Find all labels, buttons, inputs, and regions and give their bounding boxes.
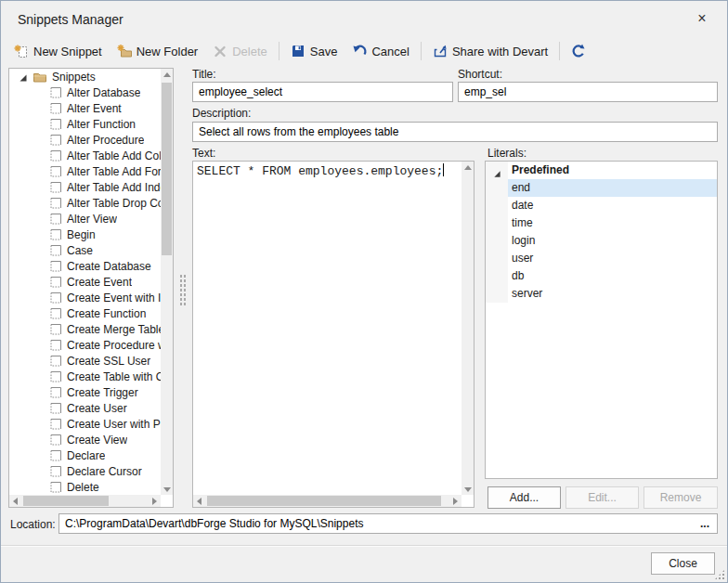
editor-vertical-scrollbar[interactable]: [462, 162, 474, 495]
remove-button[interactable]: Remove: [644, 486, 718, 509]
scrollbar-thumb[interactable]: [207, 496, 441, 506]
scroll-left-icon[interactable]: [9, 495, 21, 507]
snippet-icon: [50, 370, 62, 382]
tree-item-label: Create View: [67, 434, 127, 447]
literals-group-predefined[interactable]: Predefined: [486, 162, 717, 179]
literal-item-label: time: [512, 216, 533, 229]
editor-horizontal-scrollbar[interactable]: [193, 495, 462, 507]
tree-vertical-scrollbar[interactable]: [161, 69, 173, 495]
scrollbar-thumb[interactable]: [162, 83, 172, 255]
scroll-right-icon[interactable]: [449, 495, 462, 507]
edit-button[interactable]: Edit...: [566, 486, 639, 509]
literal-item[interactable]: time: [486, 214, 717, 232]
resize-grip-icon[interactable]: [714, 569, 725, 580]
snippets-tree: Snippets Alter Database Alter Event: [9, 69, 161, 495]
tree-item[interactable]: Create User with Priv: [9, 416, 161, 432]
expander-icon[interactable]: [19, 72, 28, 82]
cancel-icon: [352, 44, 367, 58]
snippet-icon: [50, 339, 62, 351]
scroll-up-icon[interactable]: [161, 69, 173, 81]
delete-button[interactable]: Delete: [205, 40, 275, 62]
tree-item[interactable]: Create Table with Op: [9, 369, 161, 384]
scroll-down-icon[interactable]: [462, 483, 474, 495]
tree-item[interactable]: Alter Table Add Index: [9, 179, 161, 195]
tree-item[interactable]: Alter Procedure: [9, 132, 161, 148]
toolbar-separator: [279, 42, 280, 60]
snippet-icon: [50, 449, 62, 461]
new-snippet-button[interactable]: New Snippet: [6, 40, 110, 62]
tree-item-label: Declare: [67, 449, 105, 462]
literal-item[interactable]: end: [486, 179, 717, 197]
refresh-button[interactable]: [564, 40, 593, 62]
tree-item[interactable]: Create Merge Table: [9, 321, 161, 337]
add-button[interactable]: Add...: [488, 486, 561, 509]
tree-item[interactable]: Create User: [9, 400, 161, 416]
snippet-icon: [50, 86, 62, 98]
literal-item[interactable]: db: [486, 267, 717, 285]
save-button[interactable]: Save: [283, 40, 345, 62]
tree-item[interactable]: Alter Event: [9, 100, 161, 116]
snippet-icon: [50, 181, 62, 193]
new-folder-button[interactable]: New Folder: [110, 40, 205, 62]
tree-item[interactable]: Alter Table Add Colum: [9, 148, 161, 163]
snippet-icon: [50, 292, 62, 304]
scrollbar-thumb[interactable]: [23, 496, 109, 506]
scroll-down-icon[interactable]: [161, 483, 173, 495]
tree-item[interactable]: Alter Function: [9, 116, 161, 132]
share-with-devart-button[interactable]: Share with Devart: [425, 40, 555, 62]
tree-item[interactable]: Create View: [9, 432, 161, 447]
title-label: Title:: [192, 68, 216, 81]
shortcut-input[interactable]: [458, 82, 718, 102]
tree-item-label: Declare Cursor: [67, 465, 142, 478]
literal-item-label: end: [512, 181, 530, 194]
literal-item[interactable]: user: [486, 250, 717, 267]
tree-item[interactable]: Create Database: [9, 258, 161, 274]
snippets-manager-dialog: Snippets Manager × New Snippet New Folde…: [0, 0, 728, 583]
snippet-icon: [50, 355, 62, 367]
text-label: Text:: [192, 147, 215, 160]
tree-item-label: Create User with Priv: [67, 418, 161, 431]
snippet-text-editor[interactable]: SELECT * FROM employees.employees;: [192, 161, 474, 508]
tree-item[interactable]: Declare: [9, 447, 161, 463]
literal-item[interactable]: date: [486, 197, 717, 214]
scroll-left-icon[interactable]: [193, 495, 205, 507]
new-folder-icon: [117, 44, 132, 58]
tree-item[interactable]: Create Procedure wit: [9, 337, 161, 353]
tree-item[interactable]: Alter View: [9, 211, 161, 227]
description-input[interactable]: [192, 122, 718, 142]
tree-item[interactable]: Alter Table Add Forei: [9, 163, 161, 179]
browse-ellipsis-button[interactable]: ...: [695, 514, 715, 533]
tree-item-label: Create SSL User: [67, 355, 150, 368]
tree-item-label: Create Event with Int: [67, 292, 161, 304]
tree-item[interactable]: Alter Database: [9, 84, 161, 100]
scroll-up-icon[interactable]: [462, 162, 474, 174]
location-field[interactable]: C:\ProgramData\Devart\dbForge Studio for…: [58, 513, 718, 534]
snippet-text[interactable]: SELECT * FROM employees.employees;: [193, 162, 462, 495]
tree-item[interactable]: Delete: [9, 479, 161, 495]
tree-item[interactable]: Case: [9, 242, 161, 258]
tree-item[interactable]: Begin: [9, 227, 161, 242]
splitter[interactable]: [177, 68, 188, 508]
literal-item[interactable]: server: [486, 285, 717, 303]
literal-item[interactable]: login: [486, 232, 717, 250]
scroll-right-icon[interactable]: [149, 495, 161, 507]
literal-item-label: date: [512, 199, 533, 212]
tree-item-label: Create User: [67, 402, 127, 415]
tree-item-label: Create Event: [67, 276, 132, 289]
close-icon[interactable]: ×: [692, 8, 712, 29]
tree-item[interactable]: Create Event with Int: [9, 290, 161, 305]
new-snippet-label: New Snippet: [33, 45, 102, 58]
tree-item[interactable]: Create SSL User: [9, 353, 161, 369]
tree-item[interactable]: Create Trigger: [9, 384, 161, 400]
tree-item[interactable]: Declare Cursor: [9, 463, 161, 479]
tree-item[interactable]: Create Function: [9, 305, 161, 321]
cancel-button[interactable]: Cancel: [344, 40, 416, 62]
title-input[interactable]: [192, 82, 453, 102]
literal-item-label: login: [512, 234, 535, 247]
tree-root-snippets[interactable]: Snippets: [9, 69, 161, 84]
expander-icon[interactable]: [493, 166, 501, 175]
tree-item[interactable]: Alter Table Drop Colu: [9, 195, 161, 211]
close-button[interactable]: Close: [651, 552, 715, 575]
tree-horizontal-scrollbar[interactable]: [9, 495, 161, 507]
tree-item[interactable]: Create Event: [9, 274, 161, 290]
